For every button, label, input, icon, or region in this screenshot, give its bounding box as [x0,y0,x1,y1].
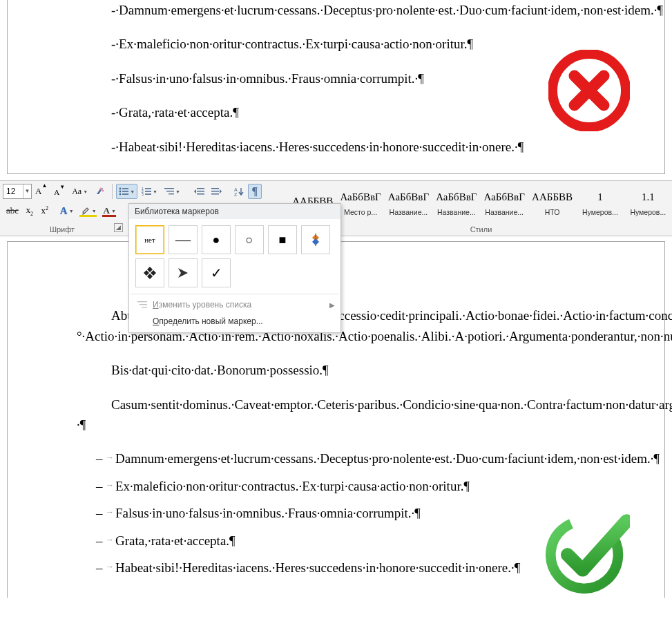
bullet-diamond-cluster[interactable] [135,258,164,287]
bullet-disc[interactable]: ● [202,225,231,254]
styles-gallery[interactable]: ААББВВАаБбВвГМесто р...АаБбВвГНазвание..… [289,182,672,221]
svg-rect-4 [122,191,128,192]
subscript-button[interactable]: x2 [23,203,37,218]
svg-text:A: A [234,187,238,192]
bullet-none[interactable]: нет [135,225,164,254]
strikethrough-button[interactable]: abє [3,203,21,218]
sort-button[interactable]: AZ [231,184,247,199]
list-item: →Ex·maleficio·non·oritur·contractus.·Ex·… [96,476,637,496]
svg-rect-26 [140,304,147,305]
correct-badge-icon [546,509,630,594]
text-effects-button[interactable]: A▼ [57,203,77,218]
svg-text:Z: Z [234,192,238,196]
style-tile[interactable]: АаБбВвГНазвание... [385,182,432,221]
svg-rect-14 [166,191,174,191]
grow-font-button[interactable]: A▲ [32,184,50,199]
define-new-bullet-menu-item[interactable]: Определить новый маркер... [129,313,340,330]
svg-rect-8 [145,188,151,189]
list-item: →Damnum·emergens·et·lucrum·cessans.·Dece… [96,448,637,468]
superscript-button[interactable]: x2 [38,203,52,218]
svg-rect-10 [145,191,151,192]
font-size-input[interactable] [3,186,23,197]
bullet-diamond-4color[interactable] [301,225,330,254]
svg-rect-6 [122,193,128,195]
svg-rect-27 [142,307,147,307]
font-size-dropdown-icon[interactable]: ▼ [23,184,31,198]
svg-point-1 [119,188,122,190]
highlight-color-button[interactable]: ▼ [78,203,99,218]
ribbon-section-font-label: Шрифт ◢ [0,225,124,234]
document-page-top: -·Damnum·emergens·et·lucrum·cessans.·Dec… [7,0,665,174]
font-color-button[interactable]: A▼ [101,203,119,218]
bullets-split-button[interactable]: ▼ [116,184,137,199]
clear-formatting-button[interactable] [92,184,108,199]
ribbon-section-styles-label: Стили [290,225,672,234]
font-size-combobox[interactable]: ▼ [3,184,32,199]
bullet-dash[interactable]: — [169,225,198,254]
bullet-square[interactable]: ■ [268,225,297,254]
bullet-check[interactable]: ✓ [202,258,231,287]
show-pilcrow-button[interactable]: ¶ [248,184,262,199]
bullet-circle[interactable]: ○ [235,225,264,254]
svg-rect-12 [145,193,151,195]
decrease-indent-button[interactable] [191,184,207,199]
bullets-library-dropdown: Библиотека маркеров нет — ● ○ ■ ✓ Измени… [128,203,341,333]
svg-rect-21 [211,193,219,195]
svg-rect-15 [169,193,174,194]
svg-rect-16 [197,188,204,189]
style-tile[interactable]: ААББВВНТО [528,182,576,221]
numbering-split-button[interactable]: 123 ▼ [139,184,160,199]
paragraph: Bis·dat·qui·cito·dat.·Bonorum·possessio.… [77,360,637,380]
svg-point-3 [119,191,122,193]
style-tile[interactable]: 1Нумеров... [576,182,624,221]
svg-text:3: 3 [142,192,144,196]
increase-indent-button[interactable] [209,184,224,199]
paragraph: -·Damnum·emergens·et·lucrum·cessans.·Dec… [77,0,637,20]
svg-rect-17 [197,191,204,192]
svg-rect-24 [315,234,316,246]
font-dialog-launcher[interactable]: ◢ [114,223,123,232]
ribbon: ▼ A▲ A▼ Aa▼ ▼ 123 ▼ ▼ AZ [0,180,672,236]
svg-rect-13 [164,188,174,189]
multilevel-list-button[interactable]: ▼ [162,184,183,199]
wrong-badge-icon [548,50,630,131]
shrink-font-button[interactable]: A▼ [51,184,68,199]
change-case-button[interactable]: Aa▼ [69,184,90,199]
svg-rect-20 [211,191,219,192]
change-level-icon [136,301,148,309]
bullets-library-header: Библиотека маркеров [129,204,340,219]
change-list-level-menu-item: Изменить уровень списка ▶ [129,296,340,313]
bullet-arrow[interactable] [169,258,198,287]
style-tile[interactable]: АаБбВвГМесто р... [336,182,384,221]
paragraph: -·Habeat·sibi!·Hereditas·iacens.·Heres·s… [77,137,637,157]
svg-rect-18 [197,193,204,195]
svg-rect-25 [137,301,147,302]
submenu-arrow-icon: ▶ [329,301,335,309]
style-tile[interactable]: АаБбВвГНазвание... [481,182,528,221]
style-tile[interactable]: 1.1Нумеров... [624,182,672,221]
paragraph: Casum·sentit·dominus.·Caveat·emptor.·Cet… [77,395,637,435]
svg-rect-19 [211,188,219,189]
style-tile[interactable]: АаБбВвГНазвание... [432,182,480,221]
svg-point-5 [119,193,122,196]
svg-rect-2 [122,188,128,189]
